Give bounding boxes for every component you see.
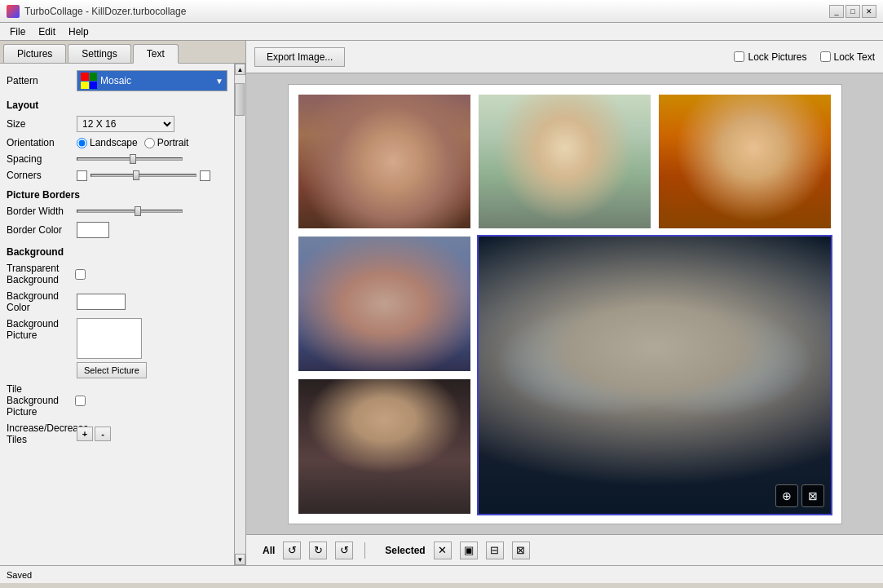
panel-scrollbar[interactable]: ▲ ▼ bbox=[234, 64, 245, 565]
menu-file[interactable]: File bbox=[3, 24, 32, 39]
landscape-radio[interactable] bbox=[77, 138, 87, 148]
lock-text-option: Lock Text bbox=[820, 51, 875, 63]
spacing-slider[interactable] bbox=[77, 157, 183, 161]
scroll-track bbox=[235, 75, 245, 554]
size-select[interactable]: 12 X 16 bbox=[77, 116, 174, 132]
photo-cell-2[interactable] bbox=[477, 93, 652, 231]
left-inner: Pattern Mosaic ▼ Layout bbox=[0, 64, 245, 565]
scroll-down-button[interactable]: ▼ bbox=[235, 554, 245, 565]
corners-slider[interactable] bbox=[91, 174, 196, 177]
tab-settings[interactable]: Settings bbox=[68, 44, 130, 63]
corners-row: Corners bbox=[7, 170, 227, 181]
bg-picture-label: Background Picture bbox=[7, 318, 72, 341]
corner-checkbox-left[interactable] bbox=[77, 170, 87, 181]
border-color-row: Border Color bbox=[7, 222, 227, 238]
inc-dec-label: Increase/Decrease Tiles bbox=[7, 422, 72, 445]
landscape-radio-label[interactable]: Landscape bbox=[77, 137, 138, 148]
selected-h-button[interactable]: ⊟ bbox=[486, 542, 504, 559]
minimize-button[interactable]: _ bbox=[829, 5, 844, 18]
spacing-label: Spacing bbox=[7, 153, 72, 165]
orientation-group: Landscape Portrait bbox=[77, 137, 188, 148]
background-title: Background bbox=[7, 246, 227, 258]
corners-controls bbox=[77, 170, 210, 181]
selected-label: Selected bbox=[385, 545, 425, 556]
zoom-icon[interactable]: ⊕ bbox=[775, 484, 798, 507]
pi-green bbox=[90, 73, 98, 81]
landscape-label: Landscape bbox=[90, 137, 138, 148]
border-color-swatch[interactable] bbox=[77, 222, 109, 238]
menu-edit[interactable]: Edit bbox=[32, 24, 62, 39]
menu-help[interactable]: Help bbox=[62, 24, 95, 39]
pattern-value: Mosaic bbox=[100, 75, 212, 86]
maximize-button[interactable]: □ bbox=[845, 5, 860, 18]
scroll-up-button[interactable]: ▲ bbox=[235, 64, 245, 75]
left-panel: Pictures Settings Text Pattern M bbox=[0, 41, 246, 565]
size-row: Size 12 X 16 bbox=[7, 116, 227, 132]
inc-dec-row: Increase/Decrease Tiles + - bbox=[7, 422, 227, 445]
pi-yellow bbox=[81, 82, 89, 90]
orientation-row: Orientation Landscape Portrait bbox=[7, 137, 227, 148]
tile-bg-checkbox[interactable] bbox=[75, 396, 86, 406]
pattern-icon bbox=[81, 73, 97, 89]
transparent-bg-row: Transparent Background bbox=[7, 263, 227, 285]
portrait-radio[interactable] bbox=[144, 138, 155, 148]
border-width-thumb[interactable] bbox=[135, 206, 141, 216]
pattern-row: Pattern Mosaic ▼ bbox=[7, 70, 227, 91]
photo-cell-6[interactable]: ⊕ ⊠ bbox=[477, 235, 833, 515]
selected-v-button[interactable]: ⊠ bbox=[512, 542, 530, 559]
bg-color-swatch[interactable] bbox=[77, 294, 126, 310]
bg-color-row: Background Color bbox=[7, 290, 227, 313]
all-label: All bbox=[263, 545, 275, 556]
panel-content: Pattern Mosaic ▼ Layout bbox=[0, 64, 234, 565]
transparent-bg-checkbox[interactable] bbox=[75, 269, 86, 280]
right-panel: Export Image... Lock Pictures Lock Text bbox=[246, 41, 883, 565]
tab-pictures[interactable]: Pictures bbox=[3, 44, 66, 63]
increase-button[interactable]: + bbox=[77, 427, 93, 441]
spacing-thumb[interactable] bbox=[130, 154, 136, 164]
all-reset-button[interactable]: ↺ bbox=[283, 542, 301, 559]
select-picture-button[interactable]: Select Picture bbox=[77, 362, 147, 378]
remove-icon[interactable]: ⊠ bbox=[801, 484, 824, 507]
photo-cell-5[interactable] bbox=[297, 378, 472, 515]
corners-label: Corners bbox=[7, 170, 72, 181]
pattern-dropdown-arrow: ▼ bbox=[215, 77, 223, 86]
transparent-bg-label: Transparent Background bbox=[7, 263, 72, 285]
border-color-label: Border Color bbox=[7, 224, 72, 236]
picture-borders-title: Picture Borders bbox=[7, 189, 227, 201]
export-button[interactable]: Export Image... bbox=[254, 47, 345, 67]
all-rotate-cw-button[interactable]: ↻ bbox=[309, 542, 327, 559]
corners-thumb[interactable] bbox=[133, 170, 139, 180]
tile-bg-row: Tile Background Picture bbox=[7, 383, 227, 418]
lock-text-checkbox[interactable] bbox=[820, 51, 831, 62]
all-rotate-ccw-button[interactable]: ↺ bbox=[335, 542, 353, 559]
menu-bar: File Edit Help bbox=[0, 23, 883, 41]
status-text: Saved bbox=[7, 570, 32, 580]
bg-picture-preview bbox=[77, 318, 142, 359]
toolbar: Export Image... Lock Pictures Lock Text bbox=[246, 41, 883, 73]
layout-section-title: Layout bbox=[7, 99, 227, 111]
close-button[interactable]: ✕ bbox=[862, 5, 876, 18]
pi-red bbox=[81, 73, 89, 81]
scroll-thumb[interactable] bbox=[235, 83, 245, 116]
selected-remove-button[interactable]: ✕ bbox=[434, 542, 452, 559]
lock-text-label: Lock Text bbox=[834, 51, 875, 63]
size-label: Size bbox=[7, 118, 72, 130]
tab-text[interactable]: Text bbox=[133, 44, 179, 64]
main-container: Pictures Settings Text Pattern M bbox=[0, 41, 883, 565]
pattern-dropdown[interactable]: Mosaic ▼ bbox=[77, 70, 227, 91]
lock-pictures-option: Lock Pictures bbox=[734, 51, 806, 63]
decrease-button[interactable]: - bbox=[95, 427, 111, 441]
collage-canvas: ⊕ ⊠ bbox=[288, 84, 842, 524]
selected-overlay: ⊕ ⊠ bbox=[775, 484, 824, 507]
inc-dec-controls: + - bbox=[77, 427, 111, 441]
pattern-label: Pattern bbox=[7, 75, 72, 86]
corner-checkbox-right[interactable] bbox=[200, 170, 210, 181]
photo-cell-1[interactable] bbox=[297, 93, 472, 231]
selected-fit-button[interactable]: ▣ bbox=[460, 542, 478, 559]
portrait-radio-label[interactable]: Portrait bbox=[144, 137, 189, 148]
bg-picture-controls: Select Picture bbox=[77, 318, 147, 378]
lock-pictures-checkbox[interactable] bbox=[734, 51, 744, 62]
photo-cell-3[interactable] bbox=[657, 93, 832, 231]
photo-cell-4[interactable] bbox=[297, 235, 472, 373]
border-width-slider[interactable] bbox=[77, 210, 183, 213]
